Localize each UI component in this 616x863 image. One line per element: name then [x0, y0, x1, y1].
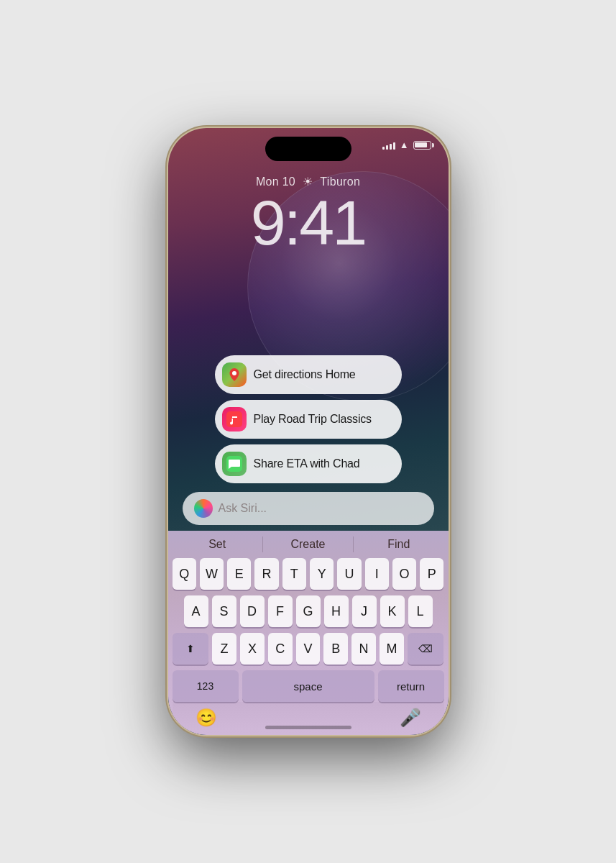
- wifi-icon: ▲: [400, 140, 409, 150]
- suggestion-create[interactable]: Create: [263, 536, 354, 552]
- date-text: Mon 10: [256, 175, 295, 188]
- key-s[interactable]: S: [212, 595, 236, 627]
- key-o[interactable]: O: [392, 558, 416, 590]
- keyboard-suggestions: Set Create Find: [173, 536, 444, 552]
- key-u[interactable]: U: [337, 558, 361, 590]
- key-r[interactable]: R: [254, 558, 278, 590]
- siri-panel: Get directions Home Play Road Trip Class…: [168, 355, 449, 735]
- key-c[interactable]: C: [268, 633, 293, 665]
- key-f[interactable]: F: [268, 595, 293, 627]
- suggestion-music[interactable]: Play Road Trip Classics: [215, 400, 402, 439]
- signal-bar-2: [386, 145, 388, 150]
- suggestion-pills: Get directions Home Play Road Trip Class…: [168, 355, 449, 483]
- siri-search-bar[interactable]: Ask Siri...: [183, 492, 434, 525]
- key-l[interactable]: L: [408, 595, 433, 627]
- key-a[interactable]: A: [184, 595, 208, 627]
- key-w[interactable]: W: [200, 558, 224, 590]
- suggestion-messages[interactable]: Share ETA with Chad: [215, 444, 402, 483]
- key-h[interactable]: H: [324, 595, 349, 627]
- messages-text: Share ETA with Chad: [254, 457, 360, 470]
- key-b[interactable]: B: [323, 633, 348, 665]
- location-text: Tiburon: [320, 175, 360, 188]
- phone-device: ▲ Mon 10 ☀ Tiburon 9:41: [168, 128, 449, 735]
- siri-placeholder: Ask Siri...: [219, 502, 423, 515]
- directions-text: Get directions Home: [254, 368, 356, 381]
- key-g[interactable]: G: [296, 595, 321, 627]
- key-q[interactable]: Q: [173, 558, 196, 590]
- space-key[interactable]: space: [242, 670, 374, 702]
- key-y[interactable]: Y: [310, 558, 334, 590]
- key-z[interactable]: Z: [212, 633, 236, 665]
- music-icon: [222, 407, 247, 432]
- keyboard-rows: Q W E R T Y U I O P A S: [173, 558, 444, 702]
- signal-bar-4: [393, 142, 395, 150]
- key-m[interactable]: M: [380, 633, 404, 665]
- return-key[interactable]: return: [378, 670, 444, 702]
- svg-point-0: [232, 371, 236, 375]
- suggestion-directions[interactable]: Get directions Home: [215, 355, 402, 394]
- lockscreen-content: Mon 10 ☀ Tiburon 9:41: [168, 175, 449, 269]
- siri-logo: [194, 499, 213, 518]
- dynamic-island: [265, 137, 351, 161]
- key-d[interactable]: D: [240, 595, 265, 627]
- signal-bar-1: [382, 147, 385, 150]
- key-p[interactable]: P: [420, 558, 443, 590]
- home-indicator: [265, 726, 351, 729]
- maps-icon: [222, 362, 247, 387]
- key-x[interactable]: X: [240, 633, 265, 665]
- key-t[interactable]: T: [282, 558, 306, 590]
- keyboard-row-4: 123 space return: [173, 670, 444, 702]
- key-v[interactable]: V: [296, 633, 321, 665]
- key-e[interactable]: E: [227, 558, 251, 590]
- suggestion-set[interactable]: Set: [173, 536, 263, 552]
- key-k[interactable]: K: [380, 595, 405, 627]
- num-key[interactable]: 123: [173, 670, 239, 702]
- status-right: ▲: [382, 140, 431, 150]
- music-text: Play Road Trip Classics: [254, 413, 372, 426]
- mic-button[interactable]: 🎤: [400, 708, 421, 728]
- svg-rect-1: [226, 411, 242, 427]
- emoji-button[interactable]: 😊: [196, 708, 217, 728]
- keyboard-row-2: A S D F G H J K L: [173, 595, 444, 627]
- battery-fill: [415, 142, 427, 147]
- suggestion-find[interactable]: Find: [354, 536, 443, 552]
- signal-icon: [382, 141, 395, 150]
- key-j[interactable]: J: [352, 595, 377, 627]
- time-display: 9:41: [251, 191, 365, 255]
- messages-icon: [222, 452, 247, 476]
- backspace-key[interactable]: ⌫: [408, 633, 444, 665]
- battery-icon: [413, 141, 431, 150]
- phone-screen: ▲ Mon 10 ☀ Tiburon 9:41: [168, 128, 449, 735]
- signal-bar-3: [390, 144, 392, 150]
- shift-key[interactable]: ⬆: [173, 633, 209, 665]
- keyboard-row-1: Q W E R T Y U I O P: [173, 558, 444, 590]
- key-n[interactable]: N: [351, 633, 376, 665]
- key-i[interactable]: I: [365, 558, 389, 590]
- keyboard-row-3: ⬆ Z X C V B N M ⌫: [173, 633, 444, 665]
- keyboard: Set Create Find Q W E R T Y U I: [168, 531, 449, 735]
